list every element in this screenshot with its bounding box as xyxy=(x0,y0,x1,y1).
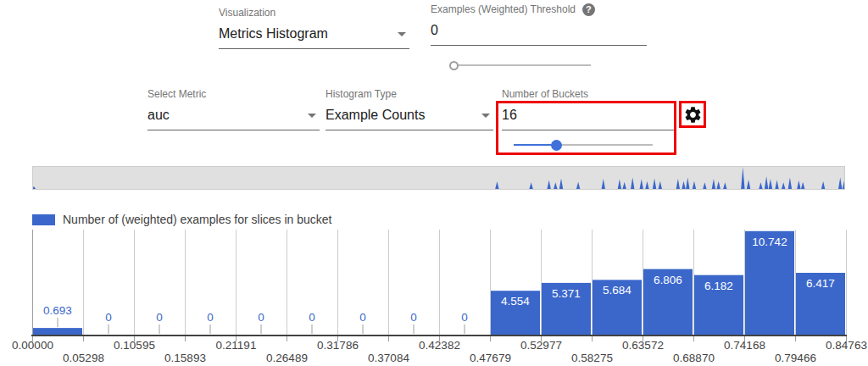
visualization-value[interactable]: Metrics Histogram xyxy=(219,24,409,49)
svg-text:0: 0 xyxy=(105,311,112,324)
histogram-chart[interactable]: 0.693000000004.5545.3715.6846.8066.18210… xyxy=(32,230,846,365)
svg-text:0.37084: 0.37084 xyxy=(368,352,409,364)
svg-text:6.417: 6.417 xyxy=(806,277,835,290)
svg-text:10.742: 10.742 xyxy=(752,236,787,248)
legend-label: Number of (weighted) examples for slices… xyxy=(63,213,331,226)
threshold-slider-track[interactable] xyxy=(450,64,591,66)
svg-text:0.10595: 0.10595 xyxy=(114,339,155,352)
svg-text:4.554: 4.554 xyxy=(501,295,530,308)
svg-text:0.05298: 0.05298 xyxy=(63,352,104,364)
chevron-down-icon[interactable] xyxy=(481,114,490,118)
svg-text:0.42382: 0.42382 xyxy=(419,339,460,352)
visualization-label: Visualization xyxy=(219,7,409,19)
chevron-down-icon[interactable] xyxy=(398,32,406,36)
metric-value[interactable]: auc xyxy=(147,105,320,130)
visualization-dropdown[interactable]: Visualization Metrics Histogram xyxy=(219,7,409,49)
settings-button[interactable] xyxy=(679,101,706,128)
metric-dropdown[interactable]: Select Metric auc xyxy=(147,88,320,130)
svg-text:0: 0 xyxy=(309,311,315,324)
histogram-svg: 0.693000000004.5545.3715.6846.8066.18210… xyxy=(32,230,846,365)
histogram-type-dropdown[interactable]: Histogram Type Example Counts xyxy=(326,88,493,130)
threshold-label: Examples (Weighted) Threshold xyxy=(431,3,576,16)
chevron-down-icon[interactable] xyxy=(308,114,316,118)
threshold-slider-thumb[interactable] xyxy=(449,61,459,70)
chart-legend: Number of (weighted) examples for slices… xyxy=(32,213,331,226)
svg-text:0.74168: 0.74168 xyxy=(724,339,765,352)
metric-label: Select Metric xyxy=(147,88,320,101)
threshold-input[interactable] xyxy=(431,20,647,46)
svg-text:0.79466: 0.79466 xyxy=(775,352,816,364)
svg-text:5.371: 5.371 xyxy=(552,287,581,300)
svg-text:0.68870: 0.68870 xyxy=(673,352,715,364)
svg-text:0.58275: 0.58275 xyxy=(571,352,613,364)
gear-icon xyxy=(683,105,703,125)
svg-text:6.806: 6.806 xyxy=(654,274,682,286)
help-icon[interactable]: ? xyxy=(582,3,595,16)
svg-text:6.182: 6.182 xyxy=(704,280,733,292)
svg-text:0.84763: 0.84763 xyxy=(826,339,867,352)
threshold-field: Examples (Weighted) Threshold ? xyxy=(431,3,647,46)
svg-text:0: 0 xyxy=(258,311,264,324)
svg-text:0.21191: 0.21191 xyxy=(216,339,257,352)
svg-text:0.26489: 0.26489 xyxy=(266,352,308,364)
svg-text:5.684: 5.684 xyxy=(603,284,632,297)
svg-text:0: 0 xyxy=(207,311,214,324)
threshold-slider[interactable] xyxy=(450,59,591,71)
overview-strip[interactable] xyxy=(32,166,845,190)
legend-swatch xyxy=(32,214,55,225)
svg-text:0: 0 xyxy=(156,311,163,324)
buckets-label: Number of Buckets xyxy=(502,88,674,101)
svg-text:0: 0 xyxy=(359,311,366,324)
histogram-type-label: Histogram Type xyxy=(326,88,493,101)
overview-sparkline xyxy=(33,167,844,189)
svg-text:0.47679: 0.47679 xyxy=(470,352,511,364)
svg-text:0.693: 0.693 xyxy=(43,304,72,317)
histogram-type-value[interactable]: Example Counts xyxy=(326,105,493,130)
svg-text:0.52977: 0.52977 xyxy=(520,339,562,352)
svg-text:0: 0 xyxy=(461,311,468,324)
metrics-histogram-view: Visualization Metrics Histogram Examples… xyxy=(0,0,868,366)
svg-text:0.15893: 0.15893 xyxy=(164,352,206,364)
svg-text:0.31786: 0.31786 xyxy=(317,339,359,352)
svg-text:0.63572: 0.63572 xyxy=(622,339,664,352)
svg-text:0.00000: 0.00000 xyxy=(12,339,53,352)
buckets-highlight-box xyxy=(496,101,676,155)
svg-text:0: 0 xyxy=(410,311,417,324)
